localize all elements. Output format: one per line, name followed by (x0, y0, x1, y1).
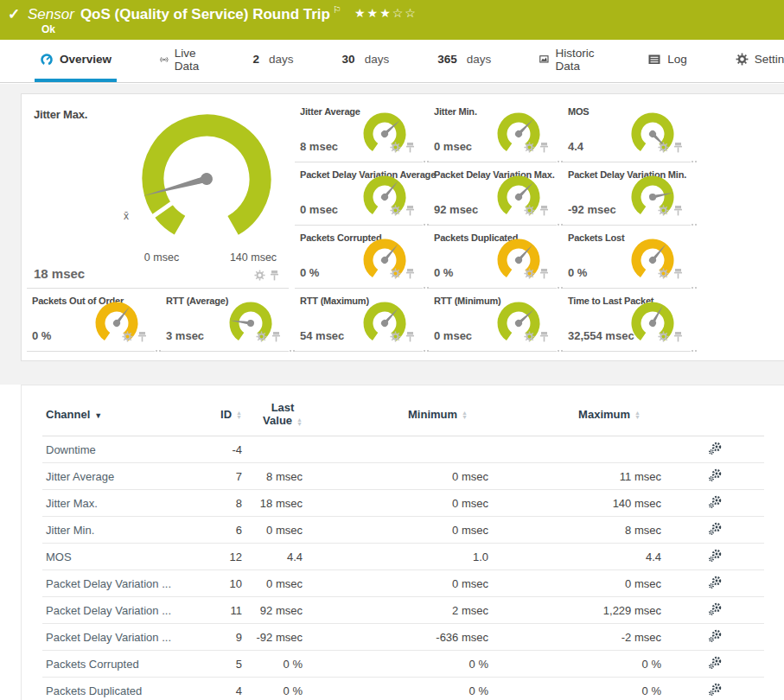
star-empty-icon[interactable]: ☆ (392, 6, 405, 20)
pin-icon[interactable] (539, 331, 550, 342)
tab-label: Settings (755, 53, 784, 66)
tab-historic-data[interactable]: Historic Data (534, 40, 604, 82)
channel-settings-icon[interactable] (708, 576, 722, 589)
gear-icon[interactable] (254, 270, 265, 281)
gauge-cell-actions (658, 331, 684, 342)
column-header-maximum[interactable]: Maximum▲▼ (492, 394, 665, 436)
gear-icon[interactable] (524, 268, 535, 279)
gauge-needle (624, 169, 681, 226)
column-header-minimum[interactable]: Minimum▲▼ (306, 394, 492, 436)
pin-icon[interactable] (672, 142, 684, 153)
gauge-value: 18 msec (34, 266, 85, 281)
tab-log[interactable]: Log (642, 40, 692, 82)
pin-icon[interactable] (539, 268, 550, 279)
channel-name[interactable]: Jitter Average (42, 463, 189, 490)
tab-bar: Overview Live Data 2 days 30 days 365 da… (0, 40, 784, 83)
channel-settings-icon[interactable] (708, 549, 722, 563)
channel-settings-icon[interactable] (708, 656, 722, 670)
column-header-id[interactable]: ID▲▼ (189, 394, 245, 436)
channel-settings-icon[interactable] (708, 683, 722, 697)
channel-name[interactable]: Packet Delay Variation ... (42, 597, 189, 624)
channel-maximum: 0 msec (492, 570, 665, 597)
pin-icon[interactable] (137, 331, 148, 342)
gear-icon[interactable] (390, 331, 401, 342)
tab-30-days[interactable]: 30 days (337, 40, 395, 82)
channel-settings-icon[interactable] (708, 629, 722, 643)
channel-name[interactable]: Packets Corrupted (42, 651, 189, 678)
overview-gauge-icon (40, 53, 54, 67)
tab-2-days[interactable]: 2 days (248, 40, 299, 82)
average-marker-label: x̄ (124, 210, 129, 222)
pin-icon[interactable] (672, 331, 684, 342)
gear-icon[interactable] (658, 205, 669, 216)
tab-settings[interactable]: Settings (730, 40, 784, 82)
gear-icon[interactable] (524, 205, 535, 216)
pin-icon[interactable] (405, 142, 416, 153)
gear-icon[interactable] (658, 268, 669, 279)
star-filled-icon[interactable]: ★ (379, 6, 392, 20)
channel-maximum: 0 % (492, 678, 665, 700)
status-ok-check-icon: ✓ (8, 5, 20, 23)
channel-name[interactable]: Packet Delay Variation ... (42, 570, 189, 597)
pin-icon[interactable] (539, 142, 550, 153)
gear-icon[interactable] (390, 205, 401, 216)
gauge-value: 54 msec (300, 329, 344, 342)
gear-icon[interactable] (658, 331, 669, 342)
flag-icon[interactable]: ⚐ (333, 4, 341, 15)
gauge-value: 0 msec (434, 329, 472, 342)
gauges-panel: Jitter Max. x̄ 0 msec 140 msec 18 msec J… (21, 93, 784, 361)
pin-icon[interactable] (405, 268, 416, 279)
chart-icon (539, 53, 549, 66)
channel-name[interactable]: Jitter Max. (42, 490, 189, 517)
pin-icon[interactable] (672, 268, 684, 279)
channel-maximum: 11 msec (492, 463, 665, 490)
pin-icon[interactable] (672, 205, 684, 216)
channel-maximum: 0 % (492, 651, 665, 678)
channel-settings-icon[interactable] (708, 522, 722, 536)
pin-icon[interactable] (269, 270, 280, 281)
channel-name[interactable]: Packet Delay Variation ... (42, 624, 189, 651)
column-label: Maximum (578, 408, 630, 421)
gauge-cell-actions (390, 331, 416, 342)
broadcast-icon (160, 53, 169, 67)
tab-number: 2 (253, 53, 260, 66)
channel-name[interactable]: Jitter Min. (42, 517, 189, 544)
gear-icon[interactable] (122, 331, 133, 342)
tab-live-data[interactable]: Live Data (155, 40, 210, 82)
gear-icon[interactable] (658, 142, 669, 153)
table-row: Packet Delay Variation ... 11 92 msec 2 … (42, 597, 764, 624)
column-header-channel[interactable]: Channel▼ (42, 394, 189, 436)
channel-name[interactable]: Downtime (42, 436, 189, 463)
gear-icon[interactable] (524, 142, 535, 153)
gear-icon[interactable] (390, 142, 401, 153)
pin-icon[interactable] (539, 205, 550, 216)
tab-label: days (467, 53, 492, 66)
column-header-last-value[interactable]: Last Value▲▼ (245, 394, 306, 436)
channel-name[interactable]: Packets Duplicated (42, 678, 189, 700)
channel-settings-icon[interactable] (708, 495, 722, 509)
channel-settings-icon[interactable] (708, 468, 722, 482)
gauge-title: MOS (568, 106, 589, 117)
pin-icon[interactable] (271, 331, 282, 342)
channel-settings-icon[interactable] (708, 442, 722, 455)
pin-icon[interactable] (405, 331, 416, 342)
gear-icon[interactable] (256, 331, 267, 342)
tab-365-days[interactable]: 365 days (432, 40, 496, 82)
star-filled-icon[interactable]: ★ (354, 6, 367, 20)
gear-icon (736, 53, 749, 66)
channel-settings-icon[interactable] (708, 602, 722, 616)
pin-icon[interactable] (405, 205, 416, 216)
channel-last-value (245, 436, 306, 463)
gauge-cell-actions (390, 205, 416, 216)
star-filled-icon[interactable]: ★ (367, 6, 380, 20)
gauge-value: 32,554 msec (568, 329, 634, 342)
priority-stars[interactable]: ★★★☆☆ (354, 6, 417, 20)
tab-label: Historic Data (555, 47, 599, 73)
channel-id: 12 (189, 544, 245, 570)
channel-name[interactable]: MOS (42, 544, 189, 570)
channel-minimum: 2 msec (306, 597, 492, 624)
gear-icon[interactable] (524, 331, 535, 342)
star-empty-icon[interactable]: ☆ (405, 6, 417, 20)
gear-icon[interactable] (390, 268, 401, 279)
tab-overview[interactable]: Overview (35, 40, 117, 82)
